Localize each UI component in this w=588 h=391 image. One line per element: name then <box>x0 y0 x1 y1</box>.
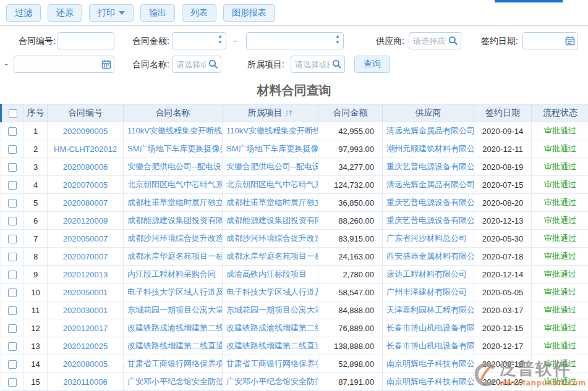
row-checkbox[interactable] <box>8 199 17 208</box>
row-checkbox[interactable] <box>8 342 17 351</box>
seq-cell: 14 <box>24 355 48 373</box>
amount-cell: 138,888.00 <box>318 337 383 355</box>
select-all-checkbox[interactable] <box>9 109 17 118</box>
checkbox-cell[interactable] <box>1 337 24 355</box>
row-checkbox[interactable] <box>8 181 17 190</box>
row-checkbox[interactable] <box>8 253 17 261</box>
date-range-dash: - <box>5 56 8 73</box>
contract-no-link[interactable]: 2020050007 <box>63 234 108 243</box>
list-view-button[interactable]: 列表 <box>182 4 216 22</box>
filter-panel: 合同编号: 合同金额: ▲▼ - ▲▼ 供应商: 签约日期: - <box>0 26 588 75</box>
calendar-icon[interactable] <box>101 59 111 69</box>
row-checkbox[interactable] <box>8 378 17 387</box>
contract-no-input[interactable] <box>58 32 114 49</box>
checkbox-cell[interactable] <box>1 248 24 266</box>
checkbox-cell[interactable] <box>1 158 24 176</box>
top-progress-strip <box>495 0 563 2</box>
checkbox-cell[interactable] <box>1 266 24 284</box>
contract-no-cell: 2020050001 <box>48 284 124 301</box>
contract-name-cell: 甘肃省工商银行网络保养项 <box>124 355 223 373</box>
column-header-label: 供应商 <box>415 107 441 117</box>
column-header-label: 签约日期 <box>485 107 520 117</box>
row-checkbox[interactable] <box>8 271 17 279</box>
status-cell: 审批通过 <box>532 266 588 284</box>
contract-no-link[interactable]: 2020050001 <box>63 288 108 297</box>
print-button-label: 打印 <box>98 7 115 19</box>
row-checkbox[interactable] <box>8 288 17 297</box>
restore-button[interactable]: 还原 <box>48 4 82 22</box>
row-checkbox[interactable] <box>8 163 17 172</box>
status-cell: 审批通过 <box>532 319 588 337</box>
status-cell: 审批通过 <box>532 122 588 140</box>
graph-report-button[interactable]: 图形报表 <box>223 4 275 22</box>
checkbox-cell[interactable] <box>1 319 24 337</box>
filter-button[interactable]: 过滤 <box>6 4 41 22</box>
contract-no-link[interactable]: 2020120017 <box>63 324 108 333</box>
contract-no-link[interactable]: 2020030001 <box>63 306 108 315</box>
sign-date-cell: 2020-03-17 <box>474 301 532 319</box>
table-row: 122020120017改建铁路成渝线增建第二线改建铁路成渝线增建第二线76,8… <box>1 319 588 337</box>
checkbox-cell[interactable] <box>1 301 24 319</box>
search-icon[interactable] <box>448 36 458 46</box>
print-button[interactable]: 打印 <box>89 4 134 22</box>
table-row: 52020080007成都杜甫草堂临时展厅独立成都杜甫草堂临时展厅独立36,85… <box>1 194 588 212</box>
contract-no-link[interactable]: 2020080007 <box>63 198 108 208</box>
row-checkbox[interactable] <box>8 217 17 225</box>
row-checkbox[interactable] <box>8 235 17 243</box>
checkbox-cell[interactable] <box>1 212 24 230</box>
checkbox-cell[interactable] <box>1 122 24 140</box>
contract-no-link[interactable]: 2020070005 <box>63 180 108 190</box>
query-button[interactable]: 查询 <box>354 56 390 73</box>
row-checkbox[interactable] <box>8 127 17 136</box>
contract-no-link[interactable]: 2020110006 <box>63 377 107 387</box>
checkbox-cell[interactable] <box>1 230 24 248</box>
calendar-icon[interactable] <box>565 36 575 46</box>
contract-no-link[interactable]: 2020080005 <box>63 359 108 369</box>
checkbox-cell[interactable] <box>1 140 24 158</box>
seq-cell: 5 <box>24 194 48 212</box>
row-checkbox[interactable] <box>8 306 17 315</box>
contract-no-link[interactable]: 2020120025 <box>63 342 108 351</box>
contract-no-link[interactable]: 2020070007 <box>63 252 108 261</box>
caret-down-icon <box>119 11 125 15</box>
contract-no-link[interactable]: 2020120009 <box>63 216 108 225</box>
project-cell: 成都沙河环境综合提升改造 <box>223 230 318 248</box>
table-row: 152020110006广安邓小平纪念馆安全防范广安邓小平纪念馆安全防范87,1… <box>1 373 588 391</box>
amount-min-spinner[interactable]: ▲▼ <box>218 34 223 45</box>
table-row: 102020050001电子科技大学区域人行道及电子科技大学区域人行道及58,5… <box>1 284 588 301</box>
status-cell: 审批通过 <box>532 337 588 355</box>
row-checkbox[interactable] <box>8 324 17 333</box>
contract-name-cell: 东城花园一期项目公寓大堂 <box>124 301 223 319</box>
row-checkbox[interactable] <box>8 145 17 154</box>
checkbox-cell[interactable] <box>1 373 24 391</box>
contract-no-cell: 2020030001 <box>48 301 124 319</box>
sign-date-cell: 2020-07-15 <box>474 176 532 194</box>
export-button[interactable]: 输出 <box>140 4 175 22</box>
sign-date-cell: 2020-11-29 <box>474 373 532 391</box>
amount-max-spinner[interactable]: ▲▼ <box>335 34 340 45</box>
contract-name-cell: 110kV安徽线程集变开断线 <box>124 122 223 140</box>
search-icon[interactable] <box>208 59 218 69</box>
contract-no-link[interactable]: 2020090005 <box>63 127 108 136</box>
checkbox-cell[interactable] <box>1 284 24 301</box>
checkbox-cell[interactable] <box>1 176 24 194</box>
row-checkbox[interactable] <box>8 360 17 369</box>
table-row: 62020120009成都能源建设集团投资有限公司成都能源建设集团投资有限公司8… <box>1 212 588 230</box>
column-header-label: 所属项目 <box>248 107 283 117</box>
sign-date-end-input[interactable] <box>14 56 114 73</box>
sort-icon[interactable] <box>286 110 293 117</box>
amount-cell: 76,889.00 <box>318 319 383 337</box>
sign-date-cell: 2020-07-18 <box>474 248 532 266</box>
amount-cell: 24,163.00 <box>318 248 383 266</box>
select-all-header-cell[interactable] <box>1 104 24 122</box>
contract-no-link[interactable]: 2020080006 <box>63 162 108 172</box>
checkbox-cell[interactable] <box>1 355 24 373</box>
project-cell: 改建铁路线增建第二线直通 <box>223 337 318 355</box>
search-icon[interactable] <box>332 59 342 69</box>
project-cell: 电子科技大学区域人行道及 <box>223 284 318 301</box>
amount-max-input[interactable] <box>246 32 344 49</box>
contract-no-link[interactable]: 2020120013 <box>63 270 108 279</box>
checkbox-cell[interactable] <box>1 194 24 212</box>
contract-no-link[interactable]: HM-CLHT202012 <box>54 145 117 154</box>
project-cell: 北京朝阳区电气中芯特气系统 <box>223 176 318 194</box>
